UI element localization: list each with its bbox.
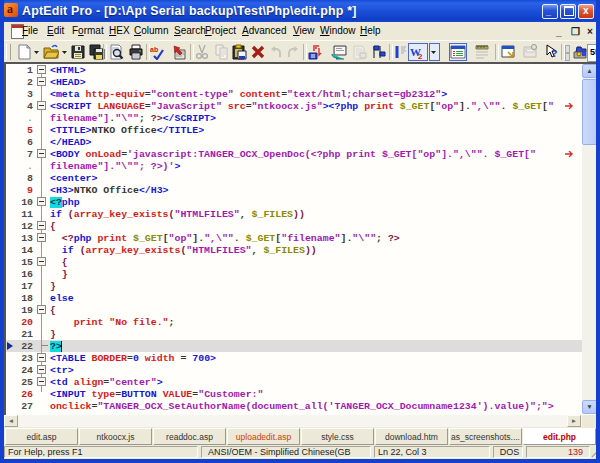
svg-text:ab: ab [150, 46, 158, 53]
svg-text:?: ? [552, 47, 558, 59]
svg-text:2: 2 [418, 52, 423, 60]
